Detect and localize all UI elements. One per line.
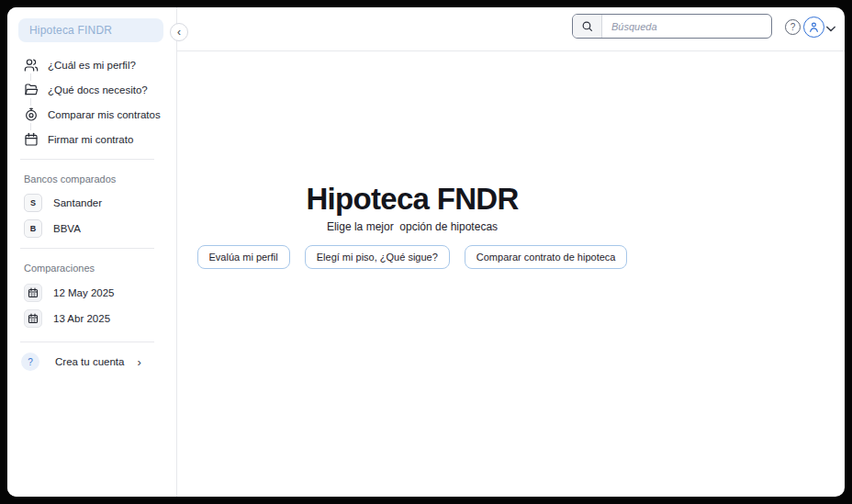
- banks-section-label: Bancos comparados: [24, 174, 116, 185]
- sidebar-item-comparar[interactable]: Comparar mis contratos: [7, 103, 177, 127]
- comparison-date: 12 May 2025: [53, 287, 115, 298]
- page-subtitle: Elige la mejor opción de hipotecas: [169, 219, 656, 234]
- sidebar-item-label: Firmar mi contrato: [48, 134, 133, 145]
- comparison-item[interactable]: 12 May 2025: [7, 282, 177, 304]
- chevron-right-icon: ›: [137, 356, 140, 368]
- users-icon: [24, 58, 39, 73]
- magnifier-icon: [573, 15, 602, 38]
- sidebar-item-docs[interactable]: ¿Qué docs necesito?: [7, 78, 177, 102]
- question-icon: ?: [21, 353, 39, 371]
- app-window: Hipoteca FINDR ¿Cuál es mi perfil? ¿Qué …: [7, 7, 845, 497]
- help-icon[interactable]: ?: [785, 19, 801, 35]
- bank-item-santander[interactable]: S Santander: [7, 192, 177, 214]
- sidebar: Hipoteca FINDR ¿Cuál es mi perfil? ¿Qué …: [7, 7, 177, 497]
- chevron-down-icon[interactable]: [825, 23, 836, 34]
- stopwatch-icon: [24, 107, 39, 122]
- sidebar-collapse-button[interactable]: ‹: [170, 23, 188, 41]
- sidebar-divider: [20, 248, 154, 249]
- comparisons-section-label: Comparaciones: [24, 263, 95, 274]
- bank-initial-badge: S: [24, 194, 42, 212]
- compare-contract-button[interactable]: Comparar contrato de hipoteca: [465, 245, 628, 269]
- calendar-icon: [24, 132, 39, 147]
- hero-section: Hipoteca FNDR Elige la mejor opción de h…: [169, 182, 656, 269]
- comparison-date: 13 Abr 2025: [53, 313, 110, 324]
- folder-icon: [24, 83, 39, 97]
- sidebar-item-firmar[interactable]: Firmar mi contrato: [7, 128, 177, 151]
- calendar-date-icon: [24, 284, 42, 302]
- sidebar-item-label: ¿Cuál es mi perfil?: [48, 60, 136, 71]
- sidebar-item-label: ¿Qué docs necesito?: [48, 84, 148, 95]
- hero-actions: Evalúa mi perfil Elegí mi piso, ¿Qué sig…: [169, 245, 656, 269]
- evaluate-profile-button[interactable]: Evalúa mi perfil: [197, 245, 290, 269]
- chose-flat-button[interactable]: Elegí mi piso, ¿Qué sigue?: [305, 245, 450, 269]
- sidebar-divider: [20, 342, 154, 342]
- topbar-divider: [177, 50, 845, 51]
- sidebar-divider: [20, 159, 154, 160]
- create-account-label: Crea tu cuenta: [55, 356, 124, 367]
- search-input[interactable]: [602, 15, 771, 38]
- bank-initial-badge: B: [24, 219, 42, 238]
- bank-item-bbva[interactable]: B BBVA: [7, 218, 177, 240]
- calendar-date-icon: [24, 309, 42, 328]
- bank-name: Santander: [53, 197, 102, 208]
- comparison-item[interactable]: 13 Abr 2025: [7, 308, 177, 330]
- create-account-button[interactable]: ? Crea tu cuenta ›: [7, 352, 177, 372]
- user-avatar-icon[interactable]: [803, 17, 824, 38]
- search-bar: [572, 14, 772, 39]
- sidebar-item-label: Comparar mis contratos: [48, 109, 161, 120]
- sidebar-item-perfil[interactable]: ¿Cuál es mi perfil?: [7, 53, 177, 77]
- bank-name: BBVA: [53, 223, 81, 234]
- page-title: Hipoteca FNDR: [169, 182, 656, 217]
- brand-box: Hipoteca FINDR: [18, 18, 163, 42]
